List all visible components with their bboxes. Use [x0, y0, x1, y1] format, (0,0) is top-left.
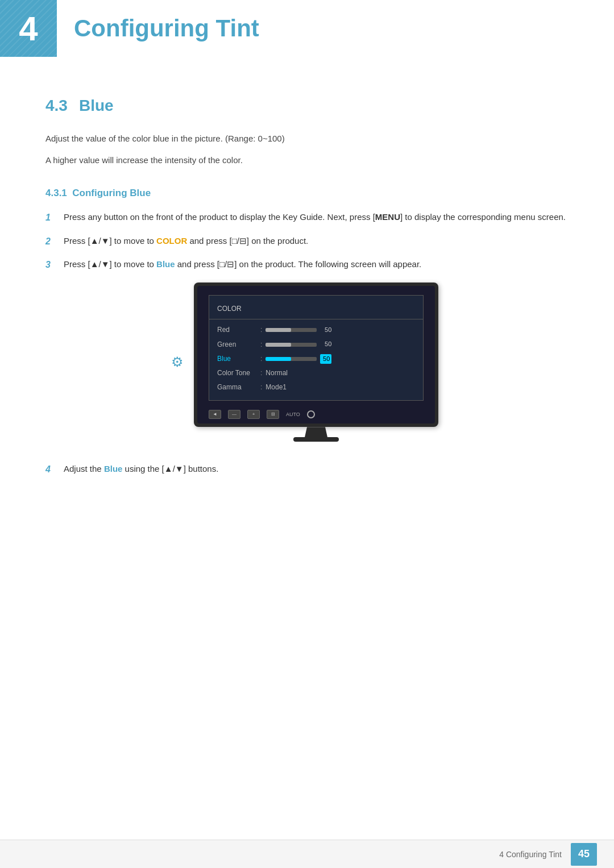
step-2: 2 Press [▲/▼] to move to COLOR and press… [45, 234, 569, 249]
red-bar-fill [265, 328, 291, 332]
chapter-number-block: 4 [0, 0, 57, 57]
blue-keyword-step4: Blue [104, 464, 123, 474]
step-3-number: 3 [45, 258, 56, 272]
footer-text: 4 Configuring Tint [499, 850, 562, 859]
green-bar-area: 50 [265, 339, 415, 350]
chapter-title: Configuring Tint [74, 15, 259, 42]
blue-bar-area: 50 [265, 354, 415, 364]
section-title: Blue [79, 97, 114, 115]
red-bar-area: 50 [265, 325, 415, 335]
description-1: Adjust the value of the color blue in th… [45, 132, 569, 146]
mon-btn-plus: + [247, 410, 260, 419]
monitor-base [293, 437, 339, 442]
red-label: Red [217, 325, 257, 335]
blue-keyword-step3: Blue [156, 259, 175, 269]
step-4: 4 Adjust the Blue using the [▲/▼] button… [45, 462, 569, 477]
green-label: Green [217, 339, 257, 350]
gamma-label: Gamma [217, 382, 257, 393]
subsection-title: Configuring Blue [72, 188, 151, 198]
subsection-heading: 4.3.1 Configuring Blue [45, 188, 569, 199]
step-4-text: Adjust the Blue using the [▲/▼] buttons. [64, 462, 569, 476]
mon-auto-label: AUTO [286, 410, 300, 418]
color-menu-row-gamma: Gamma : Mode1 [209, 380, 423, 394]
mon-btn-enter: ⊟ [267, 410, 279, 419]
mon-btn-minus: — [228, 410, 240, 419]
green-value: 50 [320, 339, 331, 350]
step-4-number: 4 [45, 462, 56, 477]
main-content: 4.3 Blue Adjust the value of the color b… [0, 57, 614, 543]
page-number: 45 [571, 843, 597, 866]
step-2-text: Press [▲/▼] to move to COLOR and press [… [64, 234, 569, 248]
blue-value: 50 [320, 354, 331, 364]
color-menu-row-red: Red : 50 [209, 323, 423, 337]
steps-list: 1 Press any button on the front of the p… [45, 210, 569, 477]
page-header: 4 Configuring Tint [0, 0, 614, 57]
subsection-number: 4.3.1 [45, 188, 67, 198]
step-1-text: Press any button on the front of the pro… [64, 210, 569, 224]
gamma-value: Mode1 [265, 382, 287, 393]
blue-bar-track [265, 357, 317, 361]
step-1: 1 Press any button on the front of the p… [45, 210, 569, 225]
page-footer: 4 Configuring Tint 45 [0, 840, 614, 868]
monitor-wrap: ⚙ COLOR Red : [194, 283, 438, 442]
monitor-screen: COLOR Red : [197, 286, 435, 423]
section-number: 4.3 [45, 97, 68, 115]
color-menu-row-colortone: Color Tone : Normal [209, 366, 423, 380]
menu-keyword: MENU [375, 212, 400, 222]
mon-power-icon [307, 410, 315, 418]
monitor-illustration: ⚙ COLOR Red : [64, 283, 569, 442]
monitor-stand [305, 427, 327, 437]
color-keyword: COLOR [156, 236, 187, 246]
green-bar-fill [265, 343, 291, 347]
blue-label: Blue [217, 354, 257, 364]
description-2: A higher value will increase the intensi… [45, 153, 569, 167]
monitor-outer: COLOR Red : [194, 283, 438, 427]
blue-bar-fill [265, 357, 291, 361]
color-menu-title: COLOR [209, 301, 423, 319]
red-bar-track [265, 328, 317, 332]
green-bar-track [265, 343, 317, 347]
chapter-number: 4 [19, 9, 38, 48]
colortone-label: Color Tone [217, 368, 257, 379]
step-1-number: 1 [45, 210, 56, 225]
step-2-number: 2 [45, 234, 56, 249]
chapter-title-block: Configuring Tint [57, 0, 614, 57]
step-3-text: Press [▲/▼] to move to Blue and press [□… [64, 258, 569, 453]
color-menu-row-blue: Blue : 50 [209, 352, 423, 366]
section-heading: 4.3 Blue [45, 97, 569, 115]
color-menu: COLOR Red : [209, 295, 424, 401]
monitor-bottom-bar: ◄ — + ⊟ AUTO [209, 410, 424, 419]
step-3: 3 Press [▲/▼] to move to Blue and press … [45, 258, 569, 453]
gear-icon: ⚙ [171, 351, 184, 373]
color-menu-row-green: Green : 50 [209, 338, 423, 352]
mon-btn-left: ◄ [209, 410, 221, 419]
red-value: 50 [320, 325, 331, 335]
colortone-value: Normal [265, 368, 288, 379]
